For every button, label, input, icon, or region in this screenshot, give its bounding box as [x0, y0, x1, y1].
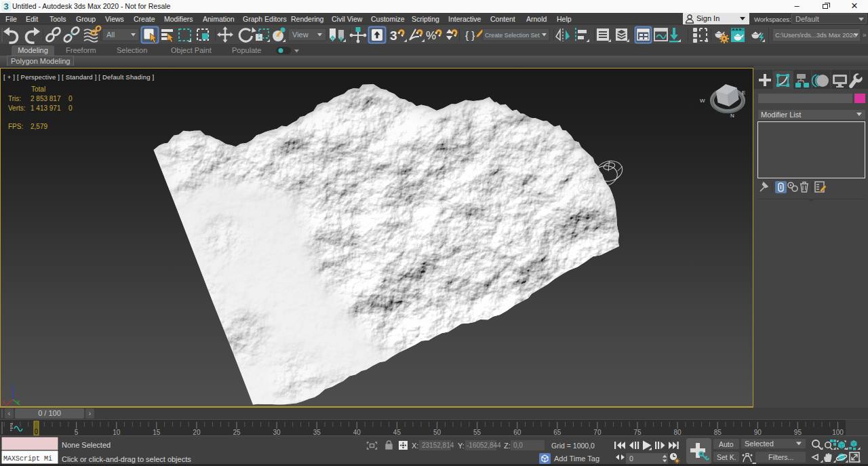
svg-text:3: 3 — [390, 28, 397, 43]
svg-text:15: 15 — [153, 429, 161, 436]
svg-text:Add Time Tag: Add Time Tag — [554, 454, 599, 463]
svg-text:23152,814: 23152,814 — [422, 442, 454, 449]
svg-text:25: 25 — [233, 429, 241, 436]
svg-text:y: y — [17, 398, 20, 404]
svg-text:10: 10 — [113, 429, 121, 436]
svg-text:z: z — [10, 383, 13, 389]
svg-text:45: 45 — [393, 429, 401, 436]
svg-text:{ }: { } — [465, 29, 475, 41]
svg-text:Z:: Z: — [504, 442, 511, 450]
svg-text:Auto: Auto — [719, 440, 734, 448]
svg-text:35: 35 — [313, 429, 321, 436]
svg-text:Modifier List: Modifier List — [761, 111, 801, 119]
svg-text:Y:: Y: — [458, 442, 465, 450]
svg-text:%: % — [426, 29, 436, 42]
svg-text:W: W — [700, 98, 705, 104]
svg-text:65: 65 — [553, 429, 561, 436]
svg-text:Grid = 1000,0: Grid = 1000,0 — [551, 442, 595, 450]
svg-text:30: 30 — [273, 429, 281, 436]
svg-text:50: 50 — [433, 429, 441, 436]
svg-text:40: 40 — [353, 429, 361, 436]
svg-text:Selected: Selected — [745, 440, 774, 448]
svg-text:E: E — [742, 90, 745, 96]
svg-text:60: 60 — [513, 429, 521, 436]
svg-text:0: 0 — [35, 428, 39, 435]
svg-text:»: » — [863, 31, 867, 39]
svg-text:X:: X: — [412, 442, 418, 450]
svg-text:0: 0 — [629, 454, 633, 463]
svg-text:80: 80 — [674, 429, 682, 436]
svg-text:20: 20 — [193, 429, 201, 436]
svg-text:N: N — [730, 113, 734, 119]
svg-text:85: 85 — [714, 429, 722, 436]
svg-text:90: 90 — [754, 429, 762, 436]
svg-text:55: 55 — [473, 429, 481, 436]
svg-text:Filters...: Filters... — [768, 453, 793, 461]
svg-text:100: 100 — [832, 429, 844, 436]
svg-text:5: 5 — [75, 429, 79, 436]
svg-text:None Selected: None Selected — [62, 441, 111, 449]
svg-text:Click or click-and-drag to sel: Click or click-and-drag to select object… — [62, 455, 191, 463]
svg-text:MAXScript Mi: MAXScript Mi — [3, 455, 52, 463]
svg-text:70: 70 — [593, 429, 601, 436]
svg-text:0,0: 0,0 — [513, 442, 523, 449]
svg-text:Set K.: Set K. — [717, 453, 736, 461]
svg-text:View: View — [292, 31, 309, 39]
svg-text:Create Selection Set: Create Selection Set — [485, 32, 540, 39]
svg-text:C:\Users\rds...3ds Max 2020: C:\Users\rds...3ds Max 2020 — [775, 31, 856, 39]
svg-text:x: x — [2, 399, 5, 405]
svg-text:-16052,844: -16052,844 — [467, 442, 501, 449]
svg-text:All: All — [106, 31, 115, 39]
svg-text:75: 75 — [633, 429, 642, 436]
svg-text:95: 95 — [794, 429, 802, 436]
